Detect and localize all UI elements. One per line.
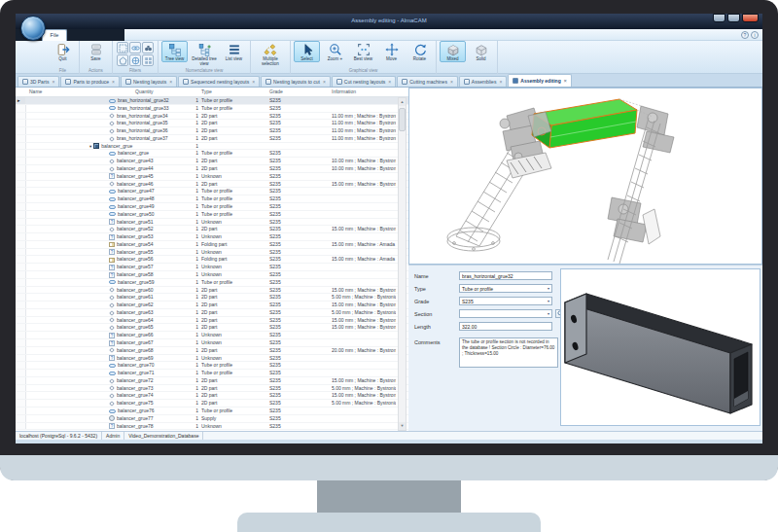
row-header-cell[interactable] bbox=[16, 233, 26, 240]
row-header-cell[interactable] bbox=[16, 188, 26, 195]
tab-nesting-layouts[interactable]: Nesting layouts× bbox=[121, 76, 177, 87]
row-header-cell[interactable] bbox=[16, 332, 26, 338]
column-header-information[interactable]: Information bbox=[332, 89, 356, 94]
table-row[interactable]: balancer_grue501Tube or profileS235 bbox=[16, 211, 408, 219]
table-row[interactable]: ▸bras_horizontal_grue321Tube or profileS… bbox=[16, 97, 408, 105]
type-select[interactable]: Tube or profile ▾ bbox=[459, 284, 552, 293]
part-3d-preview[interactable] bbox=[560, 268, 760, 426]
table-row[interactable]: ?balancer_grue571UnknownS235 bbox=[16, 264, 408, 271]
table-row[interactable]: balancer_grue591Tube or profileS235 bbox=[16, 279, 408, 287]
row-header-cell[interactable] bbox=[16, 408, 26, 414]
tab-cut-nesting-layouts[interactable]: Cut nesting layouts× bbox=[332, 76, 396, 87]
table-row[interactable]: bras_horizontal_grue3512D partS23511.00 … bbox=[16, 120, 408, 127]
table-row[interactable]: balancer_grue1Tube or profileS235 bbox=[16, 150, 408, 158]
table-row[interactable]: balancer_grue7512D partS2355.00 mm ; Mac… bbox=[16, 400, 408, 408]
table-row[interactable]: balancer_grue5212D partS23515.00 mm ; Ma… bbox=[16, 226, 408, 233]
row-header-cell[interactable] bbox=[16, 195, 26, 202]
tab-cutting-machines[interactable]: Cutting machines× bbox=[397, 76, 458, 87]
table-row[interactable]: balancer_grue471Tube or profileS235 bbox=[16, 188, 408, 195]
expander-icon[interactable]: ▾ bbox=[89, 144, 91, 149]
table-row[interactable]: balancer_grue7412D partS23515.00 mm ; Ma… bbox=[16, 392, 408, 400]
table-row[interactable]: balancer_grue541Folding partS23515.00 mm… bbox=[16, 241, 408, 249]
row-header-cell[interactable] bbox=[16, 355, 26, 362]
tab-parts-to-produce[interactable]: Parts to produce× bbox=[60, 76, 120, 87]
row-header-cell[interactable] bbox=[16, 173, 26, 180]
table-row[interactable]: ?balancer_grue671UnknownS235 bbox=[16, 339, 408, 347]
table-row[interactable]: ?balancer_grue581UnknownS235 bbox=[16, 271, 408, 279]
row-header-cell[interactable] bbox=[16, 165, 26, 172]
row-header-cell[interactable] bbox=[16, 211, 26, 218]
row-header-cell[interactable] bbox=[16, 339, 26, 346]
row-header-cell[interactable] bbox=[16, 135, 26, 142]
row-header-cell[interactable] bbox=[16, 362, 26, 369]
table-row[interactable]: balancer_grue481Tube or profileS235 bbox=[16, 195, 408, 203]
row-header-cell[interactable] bbox=[16, 256, 26, 263]
row-header-cell[interactable] bbox=[16, 181, 26, 188]
tab-nesting-layouts-to-cut[interactable]: Nesting layouts to cut× bbox=[261, 76, 331, 87]
table-row[interactable]: ?balancer_grue531UnknownS235 bbox=[16, 233, 408, 241]
section-select[interactable]: ▾ bbox=[459, 309, 552, 318]
row-header-cell[interactable] bbox=[16, 294, 26, 301]
tab-assembly-editing[interactable]: Assembly editing× bbox=[508, 74, 571, 87]
tab-3d-parts[interactable]: 3D Parts× bbox=[18, 76, 59, 87]
column-header-name[interactable]: Name bbox=[29, 89, 42, 94]
row-header-cell[interactable] bbox=[16, 392, 26, 399]
table-row[interactable]: balancer_grue4612D partS23515.00 mm ; Ma… bbox=[16, 181, 408, 189]
table-row[interactable]: balancer_grue7212D partS23515.00 mm ; Ma… bbox=[16, 377, 408, 385]
globe-filter-icon[interactable] bbox=[129, 54, 141, 66]
grade-select[interactable]: S235 ▾ bbox=[459, 297, 552, 305]
row-header-cell[interactable] bbox=[16, 301, 26, 308]
maximize-button[interactable] bbox=[727, 14, 740, 22]
row-header-cell[interactable] bbox=[16, 150, 26, 157]
row-header-cell[interactable] bbox=[16, 143, 26, 150]
scroll-down-icon[interactable]: ▼ bbox=[399, 422, 406, 430]
table-row[interactable]: balancer_grue7312D partS2355.00 mm ; Mac… bbox=[16, 385, 408, 393]
row-header-cell[interactable] bbox=[16, 271, 26, 278]
table-row[interactable]: bras_horizontal_grue3712D partS23511.00 … bbox=[16, 135, 408, 143]
name-field[interactable] bbox=[459, 271, 552, 280]
row-header-cell[interactable] bbox=[16, 324, 26, 331]
row-header-cell[interactable] bbox=[16, 279, 26, 286]
length-field[interactable] bbox=[459, 322, 552, 331]
table-row[interactable]: bras_horizontal_grue3412D partS23511.00 … bbox=[16, 113, 408, 121]
table-row[interactable]: ?balancer_grue551UnknownS235 bbox=[16, 249, 408, 257]
row-header-cell[interactable] bbox=[16, 203, 26, 210]
almacam-orb-logo[interactable] bbox=[20, 16, 46, 41]
ellipses-filter-icon[interactable] bbox=[129, 42, 141, 53]
tab-close-icon[interactable]: × bbox=[112, 79, 115, 85]
row-header-cell[interactable] bbox=[16, 226, 26, 232]
row-header-cell[interactable] bbox=[16, 120, 26, 126]
tab-close-icon[interactable]: × bbox=[323, 79, 326, 85]
table-row[interactable]: balancer_grue6112D partS2355.00 mm ; Mac… bbox=[16, 294, 408, 301]
table-row[interactable]: ?balancer_grue691UnknownS235 bbox=[16, 355, 408, 363]
list-view-button[interactable]: List view bbox=[221, 41, 247, 62]
file-menu-button[interactable]: File bbox=[42, 29, 67, 41]
move-button[interactable]: Move bbox=[378, 41, 405, 62]
select-button[interactable]: Select bbox=[294, 41, 320, 62]
table-row[interactable]: balancer_grue561Folding partS23515.00 mm… bbox=[16, 256, 408, 264]
tab-close-icon[interactable]: × bbox=[52, 79, 54, 85]
table-row[interactable]: balancer_grue4312D partS23510.00 mm ; Ma… bbox=[16, 158, 408, 165]
tab-close-icon[interactable]: × bbox=[564, 78, 567, 84]
row-header-cell[interactable] bbox=[16, 347, 26, 354]
row-header-cell[interactable] bbox=[16, 287, 26, 294]
table-vertical-scrollbar[interactable]: ▲ ▼ bbox=[398, 97, 407, 431]
multiple-selection-button[interactable]: Multiple selection bbox=[254, 41, 287, 67]
table-row[interactable]: ?balancer_grue451UnknownS235 bbox=[16, 173, 408, 181]
save-button[interactable]: Save bbox=[83, 41, 109, 62]
tab-close-icon[interactable]: × bbox=[252, 79, 255, 85]
close-button[interactable] bbox=[742, 14, 759, 22]
table-row[interactable]: balancer_grue6212D partS23515.00 mm ; Ma… bbox=[16, 301, 408, 309]
table-row[interactable]: balancer_grue6512D partS23515.00 mm ; Ma… bbox=[16, 324, 408, 332]
table-row[interactable]: ?balancer_grue661UnknownS235 bbox=[16, 332, 408, 339]
column-header-grade[interactable]: Grade bbox=[269, 89, 283, 94]
table-row[interactable]: bras_horizontal_grue331Tube or profileS2… bbox=[16, 105, 408, 113]
table-row[interactable]: balancer_grue6012D partS23515.00 mm ; Ma… bbox=[16, 287, 408, 295]
table-row[interactable]: balancer_grue711Tube or profileS235 bbox=[16, 370, 408, 377]
table-row[interactable]: ?balancer_grue781UnknownS235 bbox=[16, 423, 408, 431]
table-row[interactable]: balancer_grue491Tube or profileS235 bbox=[16, 203, 408, 211]
zoom-plus-button[interactable]: Zoom + bbox=[322, 41, 348, 62]
table-row[interactable]: balancer_grue6312D partS2355.00 mm ; Mac… bbox=[16, 309, 408, 317]
tab-sequenced-nesting-layouts[interactable]: Sequenced nesting layouts× bbox=[178, 76, 260, 87]
mixed-render-button[interactable]: Mixed bbox=[440, 41, 466, 62]
